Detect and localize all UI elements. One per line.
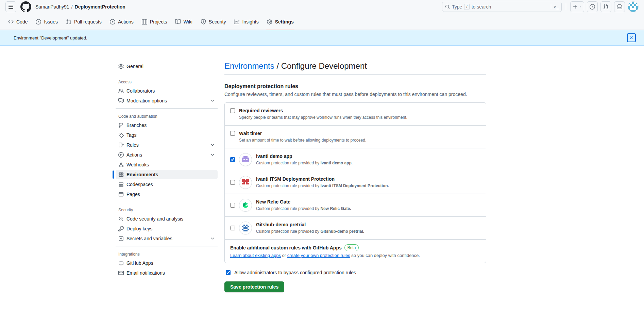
sidebar-item-branches[interactable]: Branches [116, 120, 218, 130]
comment-discussion-icon [118, 98, 124, 103]
tab-label: Security [209, 19, 226, 25]
app-identicon [242, 156, 249, 163]
sidebar-item-moderation-options[interactable]: Moderation options [116, 96, 218, 105]
new-relic-gate-checkbox[interactable] [230, 203, 235, 208]
tab-issues[interactable]: Issues [33, 17, 60, 27]
sidebar-divider [116, 74, 218, 74]
new-relic-logo-icon [242, 202, 249, 209]
global-nav-menu-button[interactable] [5, 1, 16, 12]
people-icon [118, 88, 124, 94]
ivanti-demo-app-checkbox[interactable] [230, 157, 235, 162]
search-icon [445, 4, 450, 9]
pull-requests-dashboard-button[interactable] [600, 1, 611, 12]
required-reviewers-checkbox[interactable] [230, 108, 235, 113]
flash-close-button[interactable] [627, 33, 636, 42]
hamburger-icon [8, 4, 14, 10]
shield-icon [201, 19, 206, 25]
sidebar-item-label: Moderation options [126, 98, 167, 103]
play-icon [110, 19, 115, 25]
sidebar-divider [116, 202, 218, 202]
tab-projects[interactable]: Projects [139, 17, 170, 27]
app-identicon [242, 179, 249, 186]
learn-about-existing-apps-link[interactable]: Learn about existing apps [230, 253, 281, 258]
command-palette-icon[interactable]: >_ [551, 4, 559, 9]
sidebar-item-webhooks[interactable]: Webhooks [116, 160, 218, 169]
tab-wiki[interactable]: Wiki [172, 17, 195, 27]
rule-desc-prefix: Custom protection rule provided by [256, 161, 319, 165]
sidebar-item-label: Pages [126, 192, 140, 197]
sidebar-item-email-notifications[interactable]: Email notifications [116, 268, 218, 278]
sidebar-item-label: Actions [126, 152, 142, 158]
sidebar-item-github-apps[interactable]: GitHub Apps [116, 258, 218, 268]
footer-conjunction: or [282, 253, 286, 258]
global-search-input[interactable]: Type / to search >_ [442, 2, 562, 12]
rule-row-new-relic-gate: New Relic Gate Custom protection rule pr… [225, 194, 486, 217]
notifications-inbox-button[interactable] [614, 1, 625, 12]
sidebar-item-label: Codespaces [126, 182, 153, 187]
tab-pull-requests[interactable]: Pull requests [63, 17, 104, 27]
tab-security[interactable]: Security [198, 17, 229, 27]
save-protection-rules-button[interactable]: Save protection rules [224, 281, 284, 292]
sidebar-item-label: Secrets and variables [126, 236, 172, 241]
tab-insights[interactable]: Insights [231, 17, 261, 27]
github-logo-icon[interactable] [20, 1, 31, 12]
environment-config-main: Environments / Configure Development Dep… [224, 61, 486, 292]
tab-settings[interactable]: Settings [264, 17, 296, 27]
ivanti-itsm-checkbox[interactable] [230, 180, 235, 185]
chevron-down-icon [210, 143, 215, 147]
environments-breadcrumb-link[interactable]: Environments [224, 61, 274, 70]
rule-text: Required reviewers Specify people or tea… [239, 108, 407, 120]
sidebar-item-actions[interactable]: Actions [116, 150, 218, 160]
rule-text: Wait timer Set an amount of time to wait… [239, 130, 366, 143]
rule-description: Custom protection rule provided by Ivant… [256, 183, 389, 189]
rule-row-ivanti-itsm: Ivanti ITSM Deployment Protection Custom… [225, 171, 486, 194]
sidebar-item-collaborators[interactable]: Collaborators [116, 86, 218, 96]
settings-page: General Access Collaborators Moderation … [116, 61, 486, 292]
sidebar-item-general[interactable]: General [116, 62, 218, 71]
chevron-down-icon [210, 236, 215, 241]
user-avatar[interactable] [628, 1, 639, 12]
sidebar-item-deploy-keys[interactable]: Deploy keys [116, 224, 218, 233]
tab-label: Code [16, 19, 28, 25]
rule-text: Ivanti ITSM Deployment Protection Custom… [256, 176, 389, 189]
rule-description: Specify people or teams that may approve… [239, 115, 407, 120]
bypass-admins-checkbox[interactable] [226, 270, 231, 275]
sidebar-item-code-security-and-analysis[interactable]: Code security and analysis [116, 214, 218, 224]
beta-badge: Beta [344, 244, 359, 251]
breadcrumb-repo-link[interactable]: DeploymentProtection [75, 4, 125, 10]
book-icon [175, 19, 181, 25]
create-your-own-protection-rules-link[interactable]: create your own protection rules [287, 253, 350, 258]
server-icon [118, 172, 124, 177]
wait-timer-checkbox[interactable] [230, 131, 235, 136]
app-header: SumanPadhy91 / DeploymentProtection Type… [0, 0, 644, 14]
tab-actions[interactable]: Actions [107, 17, 136, 27]
sidebar-item-environments[interactable]: Environments [116, 170, 218, 179]
rule-title: New Relic Gate [256, 199, 351, 205]
header-divider [566, 3, 566, 10]
project-icon [142, 19, 147, 25]
secrets-icon [118, 236, 124, 241]
browser-icon [118, 192, 124, 197]
rules-icon [118, 142, 124, 148]
sidebar-item-codespaces[interactable]: Codespaces [116, 180, 218, 189]
tab-code[interactable]: Code [5, 17, 30, 27]
sidebar-section-code-and-automation: Code and automation [116, 111, 218, 120]
inbox-icon [617, 4, 622, 10]
sidebar-item-label: Collaborators [126, 88, 155, 94]
sidebar-item-secrets-and-variables[interactable]: Secrets and variables [116, 234, 218, 243]
sidebar-item-tags[interactable]: Tags [116, 130, 218, 140]
create-new-button[interactable] [570, 1, 584, 12]
tab-label: Issues [44, 19, 57, 25]
flash-message: Environment "Development" updated. [14, 35, 87, 40]
sidebar-item-label: Branches [126, 123, 147, 128]
issues-dashboard-button[interactable] [587, 1, 598, 12]
git-branch-icon [118, 123, 124, 128]
sidebar-item-rules[interactable]: Rules [116, 140, 218, 150]
caret-down-icon [579, 5, 582, 8]
rule-description: Custom protection rule provided by Gitsh… [256, 229, 364, 234]
breadcrumb-owner-link[interactable]: SumanPadhy91 [35, 4, 69, 10]
gitshub-demo-pretrial-checkbox[interactable] [230, 226, 235, 230]
sidebar-item-pages[interactable]: Pages [116, 190, 218, 199]
plus-icon [573, 4, 578, 10]
tab-label: Settings [275, 19, 294, 25]
